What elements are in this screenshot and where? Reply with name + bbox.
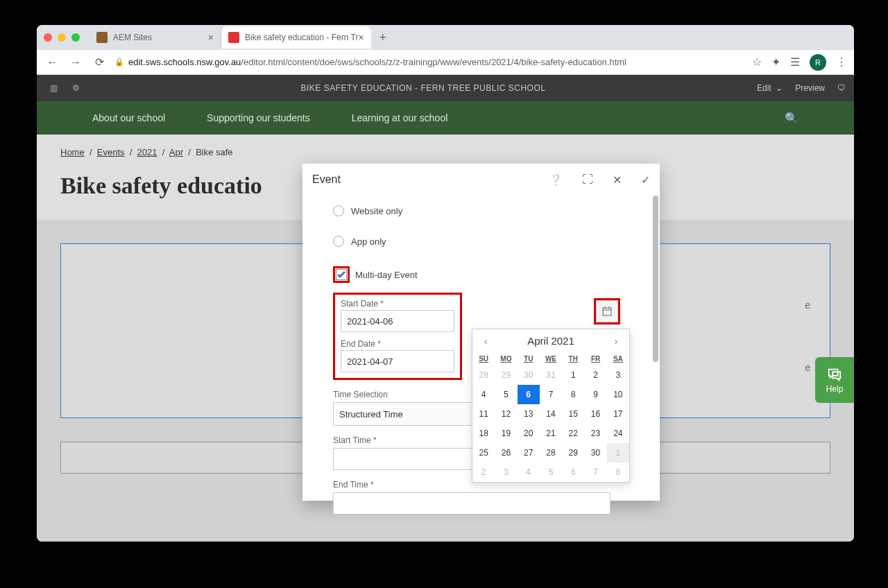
dialog-header: Event ❔ ⛶ ✕ ✓ bbox=[302, 164, 660, 196]
calendar-day[interactable]: 2 bbox=[472, 462, 495, 482]
calendar-day[interactable]: 12 bbox=[495, 404, 517, 424]
calendar-day[interactable]: 24 bbox=[607, 424, 629, 443]
extensions-icon[interactable]: ✦ bbox=[771, 55, 780, 69]
reload-button[interactable]: ⟳ bbox=[91, 55, 108, 69]
calendar-day[interactable]: 1 bbox=[562, 365, 584, 385]
calendar-day[interactable]: 8 bbox=[562, 385, 584, 404]
calendar-day[interactable]: 4 bbox=[518, 462, 540, 482]
calendar-day[interactable]: 29 bbox=[562, 443, 584, 462]
lock-icon: 🔒 bbox=[114, 58, 124, 67]
minimize-window-button[interactable] bbox=[58, 33, 66, 42]
browser-window: AEM Sites × Bike safety education - Fern… bbox=[37, 25, 854, 542]
dow-header: SU bbox=[472, 352, 495, 365]
calendar-picker-button[interactable] bbox=[596, 300, 618, 322]
properties-icon[interactable]: ⚙ bbox=[67, 80, 84, 96]
calendar-day[interactable]: 4 bbox=[472, 385, 495, 404]
url-path: /editor.html/content/doe/sws/schools/z/z… bbox=[241, 57, 626, 67]
dialog-title: Event bbox=[312, 173, 341, 186]
calendar-day[interactable]: 27 bbox=[518, 443, 540, 462]
back-button[interactable]: ← bbox=[44, 56, 60, 69]
help-button[interactable]: Help bbox=[815, 357, 854, 403]
annotations-icon[interactable]: 🗨 bbox=[837, 83, 846, 93]
dow-header: FR bbox=[584, 352, 606, 365]
prev-month-button[interactable]: ‹ bbox=[479, 336, 492, 347]
calendar-day[interactable]: 6 bbox=[518, 385, 540, 404]
calendar-day[interactable]: 22 bbox=[562, 424, 584, 443]
dow-header: SA bbox=[607, 352, 629, 365]
side-panel-icon[interactable]: ▥ bbox=[45, 80, 62, 96]
preview-button[interactable]: Preview bbox=[795, 83, 825, 93]
calendar-day[interactable]: 5 bbox=[540, 462, 562, 482]
close-window-button[interactable] bbox=[44, 33, 52, 42]
calendar-day[interactable]: 26 bbox=[495, 443, 517, 462]
start-date-input[interactable] bbox=[341, 310, 454, 332]
done-icon[interactable]: ✓ bbox=[641, 173, 650, 187]
url-field[interactable]: 🔒 edit.sws.schools.nsw.gov.au/editor.htm… bbox=[114, 57, 745, 67]
calendar-day[interactable]: 6 bbox=[562, 462, 584, 482]
profile-avatar[interactable]: R bbox=[810, 54, 826, 71]
tab-title: AEM Sites bbox=[113, 33, 152, 42]
radio-app-only[interactable]: App only bbox=[333, 236, 640, 247]
calendar-day[interactable]: 29 bbox=[495, 365, 517, 385]
edit-mode-dropdown[interactable]: Edit ⌄ bbox=[757, 83, 783, 93]
calendar-day[interactable]: 21 bbox=[540, 424, 562, 443]
fullscreen-icon[interactable]: ⛶ bbox=[582, 173, 593, 186]
calendar-day[interactable]: 11 bbox=[472, 404, 495, 424]
end-time-input[interactable] bbox=[333, 492, 610, 514]
calendar-day[interactable]: 28 bbox=[540, 443, 562, 462]
reading-list-icon[interactable]: ☰ bbox=[790, 55, 800, 69]
calendar-day[interactable]: 5 bbox=[495, 385, 517, 404]
calendar-day[interactable]: 8 bbox=[607, 462, 629, 482]
calendar-day[interactable]: 7 bbox=[540, 385, 562, 404]
calendar-day[interactable]: 9 bbox=[584, 385, 606, 404]
close-tab-icon[interactable]: × bbox=[208, 32, 214, 43]
nav-learning[interactable]: Learning at our school bbox=[352, 112, 448, 124]
close-tab-icon[interactable]: × bbox=[358, 32, 364, 43]
calendar-day[interactable]: 3 bbox=[607, 365, 629, 385]
radio-website-only[interactable]: Website only bbox=[333, 205, 640, 216]
scrollbar[interactable] bbox=[653, 196, 658, 362]
nav-about[interactable]: About our school bbox=[92, 112, 165, 124]
calendar-day[interactable]: 20 bbox=[518, 424, 540, 443]
calendar-day[interactable]: 15 bbox=[562, 404, 584, 424]
chat-icon bbox=[827, 366, 842, 381]
calendar-day[interactable]: 31 bbox=[540, 365, 562, 385]
calendar-day[interactable]: 16 bbox=[584, 404, 606, 424]
calendar-day[interactable]: 18 bbox=[472, 424, 495, 443]
calendar-day[interactable]: 17 bbox=[607, 404, 629, 424]
search-icon[interactable]: 🔍 bbox=[785, 112, 799, 125]
calendar-day[interactable]: 19 bbox=[495, 424, 517, 443]
end-date-input[interactable] bbox=[341, 350, 454, 372]
calendar-day[interactable]: 30 bbox=[518, 365, 540, 385]
dow-header: TU bbox=[518, 352, 540, 365]
help-icon[interactable]: ❔ bbox=[549, 173, 563, 187]
calendar-day[interactable]: 28 bbox=[472, 365, 495, 385]
close-icon[interactable]: ✕ bbox=[613, 173, 622, 187]
tab-bike-safety[interactable]: Bike safety education - Fern Tr × bbox=[221, 26, 371, 49]
new-tab-button[interactable]: + bbox=[379, 31, 387, 45]
calendar-day[interactable]: 10 bbox=[607, 385, 629, 404]
nav-supporting[interactable]: Supporting our students bbox=[207, 112, 310, 124]
highlight-box bbox=[594, 298, 620, 325]
radio-label: Website only bbox=[351, 206, 402, 216]
calendar-day[interactable]: 2 bbox=[584, 365, 606, 385]
help-label: Help bbox=[826, 384, 844, 394]
forward-button[interactable]: → bbox=[67, 56, 84, 69]
highlight-box bbox=[333, 266, 350, 283]
calendar-day[interactable]: 23 bbox=[584, 424, 606, 443]
calendar-day[interactable]: 30 bbox=[584, 443, 606, 462]
maximize-window-button[interactable] bbox=[71, 33, 80, 42]
menu-icon[interactable]: ⋮ bbox=[836, 55, 847, 69]
next-month-button[interactable]: › bbox=[610, 336, 622, 347]
calendar-day[interactable]: 7 bbox=[584, 462, 606, 482]
multiday-checkbox[interactable] bbox=[336, 269, 347, 280]
svg-rect-0 bbox=[603, 308, 611, 315]
calendar-day[interactable]: 13 bbox=[518, 404, 540, 424]
calendar-day[interactable]: 1 bbox=[607, 443, 629, 462]
bookmark-icon[interactable]: ☆ bbox=[752, 55, 762, 69]
end-date-label: End Date * bbox=[341, 339, 454, 349]
tab-aem-sites[interactable]: AEM Sites × bbox=[89, 26, 221, 49]
calendar-day[interactable]: 14 bbox=[540, 404, 562, 424]
calendar-day[interactable]: 3 bbox=[495, 462, 517, 482]
calendar-day[interactable]: 25 bbox=[472, 443, 495, 462]
